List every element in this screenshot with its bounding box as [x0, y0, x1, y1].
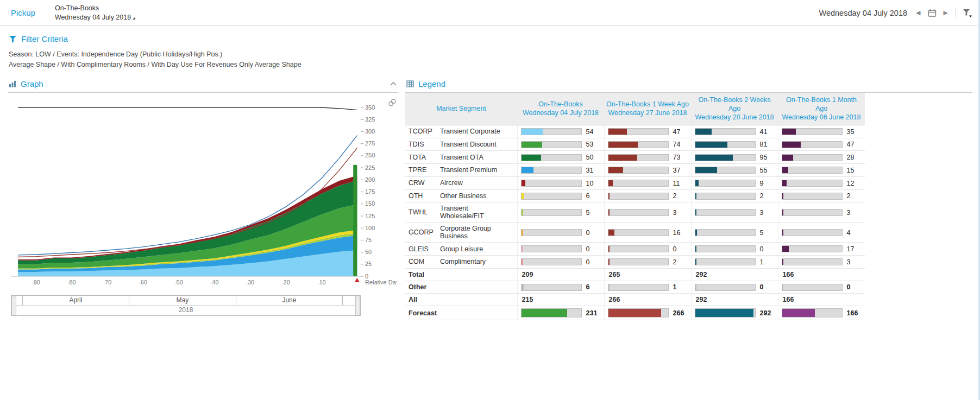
summary-row-total[interactable]: Total209265292166: [405, 268, 865, 281]
y-tick-label: 75: [365, 236, 372, 243]
timeline-handle-left[interactable]: [11, 296, 16, 315]
filter-icon[interactable]: [963, 9, 972, 17]
value-cell: 3: [691, 202, 778, 223]
legend-row-tota[interactable]: TOTATransient OTA50739528: [405, 151, 865, 164]
value-text: 0: [847, 283, 851, 291]
summary-row-all[interactable]: All215266292166: [405, 294, 865, 306]
summary-value: 265: [604, 268, 691, 281]
booking-curve-chart[interactable]: 0255075100125150175200225250275300325350…: [8, 95, 397, 293]
value-text: 6: [586, 192, 590, 200]
col-header-otb-0[interactable]: On-The-Books Wednesday 04 July 2018: [517, 93, 604, 125]
value-cell: 37: [604, 164, 691, 177]
value-cell: 1: [691, 255, 778, 268]
x-tick-label: -20: [281, 279, 290, 285]
value-text: 74: [673, 141, 681, 148]
value-bar-fill: [782, 180, 787, 186]
chevron-right-icon[interactable]: ▶: [944, 9, 948, 16]
segment-code: CRW: [405, 176, 437, 189]
value-bar: [608, 141, 669, 148]
timeline-month-may[interactable]: May: [129, 296, 236, 305]
value-bar-fill: [522, 129, 543, 135]
value-cell: 28: [778, 151, 865, 164]
segment-name: Transient Wholesale/FIT: [437, 202, 517, 223]
graph-panel-title: Graph: [21, 79, 43, 88]
value-bar: [695, 141, 756, 148]
summary-row-forecast[interactable]: Forecast231266292166: [405, 306, 865, 320]
legend-row-tpre[interactable]: TPRETransient Premium31375515: [405, 164, 865, 177]
value-bar: [608, 154, 669, 161]
legend-row-gcorp[interactable]: GCORPCorporate Group Business01654: [405, 223, 865, 243]
divider: [955, 8, 956, 18]
calendar-icon[interactable]: [928, 9, 937, 17]
col-header-otb-3[interactable]: On-The-Books 1 Month Ago Wednesday 06 Ju…: [778, 93, 865, 125]
value-bar: [695, 193, 756, 200]
value-text: 17: [847, 245, 855, 253]
timeline-range-selector[interactable]: AprilMayJune2018: [11, 295, 361, 316]
y-tick-label: 125: [365, 212, 375, 219]
value-text: 81: [760, 141, 768, 148]
timeline-month-april[interactable]: April: [22, 296, 129, 305]
summary-row-other[interactable]: Other6100: [405, 281, 865, 294]
col-header-otb-2[interactable]: On-The-Books 2 Weeks Ago Wednesday 20 Ju…: [691, 93, 778, 125]
legend-row-crw[interactable]: CRWAircrew1011912: [405, 176, 865, 189]
forecast-spike: [353, 164, 357, 276]
value-text: 4: [847, 229, 851, 237]
timeline-handle-right[interactable]: [355, 296, 360, 315]
timeline-year: 2018: [11, 306, 360, 315]
top-bar-right: Wednesday 04 July 2018 ◀ ▶: [819, 8, 972, 18]
legend-row-oth[interactable]: OTHOther Business6222: [405, 189, 865, 202]
legend-header-row: Market SegmentOn-The-Books Wednesday 04 …: [405, 93, 865, 125]
current-day-marker: [355, 278, 360, 282]
nav-pickup-link[interactable]: Pickup: [11, 8, 35, 17]
value-bar: [608, 209, 669, 216]
value-cell: 6: [517, 189, 604, 202]
value-cell: 0: [517, 243, 604, 256]
link-icon[interactable]: [388, 98, 397, 107]
y-tick-label: 325: [365, 116, 375, 122]
legend-panel-title: Legend: [418, 79, 445, 88]
value-bar: [521, 258, 582, 265]
value-bar: [782, 154, 843, 161]
value-cell: 266: [604, 306, 691, 320]
view-title-block[interactable]: On-The-Books Wednesday 04 July 2018: [55, 4, 135, 22]
summary-value: 166: [778, 268, 865, 281]
value-bar: [521, 193, 582, 200]
x-axis-title: Relative Day: [365, 279, 397, 285]
legend-row-com[interactable]: COMComplimentary0213: [405, 255, 865, 268]
value-text: 16: [673, 229, 681, 237]
value-text: 3: [673, 209, 677, 217]
value-bar: [521, 154, 582, 161]
legend-row-gleis[interactable]: GLEISGroup Leisure00017: [405, 243, 865, 256]
legend-row-tdis[interactable]: TDISTransient Discount53748147: [405, 138, 865, 151]
value-cell: 4: [778, 223, 865, 243]
value-cell: 2: [604, 189, 691, 202]
summary-value: 166: [778, 294, 865, 306]
filter-criteria-toggle[interactable]: Filter Criteria: [9, 34, 971, 43]
timeline-month-june[interactable]: June: [236, 296, 343, 305]
chevron-left-icon[interactable]: ◀: [916, 9, 920, 16]
value-text: 12: [847, 180, 855, 187]
value-text: 1: [673, 283, 677, 291]
chevron-up-icon[interactable]: [390, 81, 397, 86]
value-bar-fill: [782, 259, 783, 265]
value-cell: 0: [604, 243, 691, 256]
value-bar: [782, 167, 843, 174]
segment-name: Group Leisure: [437, 243, 517, 256]
value-bar: [695, 258, 756, 265]
col-header-otb-1[interactable]: On-The-Books 1 Week Ago Wednesday 27 Jun…: [604, 93, 691, 125]
x-tick-label: -40: [210, 279, 219, 285]
segment-name: Transient OTA: [437, 151, 517, 164]
value-bar-fill: [522, 180, 525, 186]
legend-row-twhl[interactable]: TWHLTransient Wholesale/FIT5333: [405, 202, 865, 223]
value-bar: [695, 180, 756, 187]
value-cell: 0: [517, 255, 604, 268]
value-cell: 31: [517, 164, 604, 177]
value-cell: 81: [691, 138, 778, 151]
timeline-end-divider: [342, 296, 343, 305]
value-bar-fill: [522, 155, 542, 161]
legend-row-tcorp[interactable]: TCORPTransient Corporate54474135: [405, 125, 865, 138]
value-bar: [521, 308, 582, 318]
col-header-market-segment[interactable]: Market Segment: [405, 93, 517, 125]
main-content: Graph 0255075100125150175200225250275300…: [0, 71, 980, 321]
value-bar-fill: [782, 155, 794, 161]
